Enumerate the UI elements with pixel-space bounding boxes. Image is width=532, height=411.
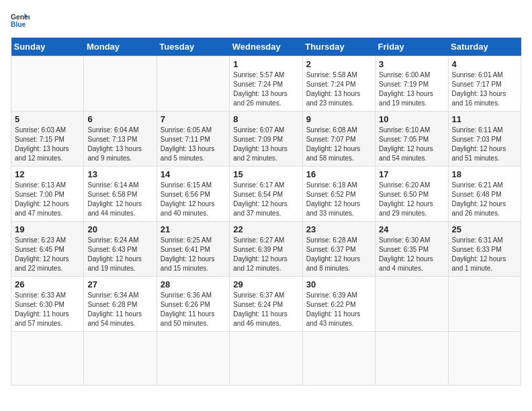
day-info: Sunrise: 6:15 AM Sunset: 6:56 PM Dayligh… bbox=[161, 181, 226, 218]
day-cell-25: 25Sunrise: 6:31 AM Sunset: 6:33 PM Dayli… bbox=[448, 222, 521, 277]
weekday-header-sunday: Sunday bbox=[11, 38, 84, 56]
day-cell-12: 12Sunrise: 6:13 AM Sunset: 7:00 PM Dayli… bbox=[11, 167, 84, 222]
weekday-header-monday: Monday bbox=[84, 38, 157, 56]
day-info: Sunrise: 6:07 AM Sunset: 7:09 PM Dayligh… bbox=[233, 126, 298, 163]
day-number: 5 bbox=[15, 114, 80, 124]
day-info: Sunrise: 6:28 AM Sunset: 6:37 PM Dayligh… bbox=[306, 236, 371, 273]
day-cell-8: 8Sunrise: 6:07 AM Sunset: 7:09 PM Daylig… bbox=[230, 111, 302, 167]
day-number: 4 bbox=[452, 59, 517, 69]
weekday-header-friday: Friday bbox=[375, 38, 448, 56]
day-cell-22: 22Sunrise: 6:27 AM Sunset: 6:39 PM Dayli… bbox=[230, 222, 302, 277]
day-cell-11: 11Sunrise: 6:11 AM Sunset: 7:03 PM Dayli… bbox=[448, 111, 521, 167]
day-info: Sunrise: 6:05 AM Sunset: 7:11 PM Dayligh… bbox=[161, 126, 226, 163]
empty-cell bbox=[448, 332, 521, 385]
day-info: Sunrise: 6:30 AM Sunset: 6:35 PM Dayligh… bbox=[379, 236, 444, 273]
empty-cell bbox=[84, 332, 157, 385]
day-cell-27: 27Sunrise: 6:34 AM Sunset: 6:28 PM Dayli… bbox=[84, 277, 157, 332]
day-number: 13 bbox=[87, 169, 152, 179]
day-cell-20: 20Sunrise: 6:24 AM Sunset: 6:43 PM Dayli… bbox=[84, 222, 157, 277]
day-cell-19: 19Sunrise: 6:23 AM Sunset: 6:45 PM Dayli… bbox=[11, 222, 84, 277]
day-number: 25 bbox=[452, 224, 517, 234]
day-info: Sunrise: 6:18 AM Sunset: 6:52 PM Dayligh… bbox=[306, 181, 371, 218]
day-info: Sunrise: 6:33 AM Sunset: 6:30 PM Dayligh… bbox=[15, 291, 80, 328]
day-info: Sunrise: 6:13 AM Sunset: 7:00 PM Dayligh… bbox=[15, 181, 80, 218]
day-info: Sunrise: 6:00 AM Sunset: 7:19 PM Dayligh… bbox=[379, 71, 444, 108]
day-info: Sunrise: 6:21 AM Sunset: 6:48 PM Dayligh… bbox=[452, 181, 517, 218]
day-number: 21 bbox=[161, 224, 226, 234]
empty-cell bbox=[84, 56, 157, 111]
day-number: 8 bbox=[233, 114, 298, 124]
day-cell-1: 1Sunrise: 5:57 AM Sunset: 7:24 PM Daylig… bbox=[230, 56, 302, 111]
day-number: 3 bbox=[379, 59, 444, 69]
empty-cell bbox=[375, 332, 448, 385]
day-info: Sunrise: 6:36 AM Sunset: 6:26 PM Dayligh… bbox=[161, 291, 226, 328]
empty-cell bbox=[448, 277, 521, 332]
weekday-header-wednesday: Wednesday bbox=[230, 38, 302, 56]
day-info: Sunrise: 6:34 AM Sunset: 6:28 PM Dayligh… bbox=[87, 291, 152, 328]
day-cell-29: 29Sunrise: 6:37 AM Sunset: 6:24 PM Dayli… bbox=[230, 277, 302, 332]
day-info: Sunrise: 5:57 AM Sunset: 7:24 PM Dayligh… bbox=[233, 71, 298, 108]
day-info: Sunrise: 6:25 AM Sunset: 6:41 PM Dayligh… bbox=[161, 236, 226, 273]
day-cell-18: 18Sunrise: 6:21 AM Sunset: 6:48 PM Dayli… bbox=[448, 167, 521, 222]
day-number: 17 bbox=[379, 169, 444, 179]
day-info: Sunrise: 6:27 AM Sunset: 6:39 PM Dayligh… bbox=[233, 236, 298, 273]
day-number: 29 bbox=[233, 279, 298, 289]
day-number: 10 bbox=[379, 114, 444, 124]
day-info: Sunrise: 6:01 AM Sunset: 7:17 PM Dayligh… bbox=[452, 71, 517, 108]
day-cell-7: 7Sunrise: 6:05 AM Sunset: 7:11 PM Daylig… bbox=[157, 111, 229, 167]
day-cell-26: 26Sunrise: 6:33 AM Sunset: 6:30 PM Dayli… bbox=[11, 277, 84, 332]
day-number: 16 bbox=[306, 169, 371, 179]
day-number: 12 bbox=[15, 169, 80, 179]
day-info: Sunrise: 6:08 AM Sunset: 7:07 PM Dayligh… bbox=[306, 126, 371, 163]
weekday-header-tuesday: Tuesday bbox=[157, 38, 229, 56]
day-cell-13: 13Sunrise: 6:14 AM Sunset: 6:58 PM Dayli… bbox=[84, 167, 157, 222]
day-cell-21: 21Sunrise: 6:25 AM Sunset: 6:41 PM Dayli… bbox=[157, 222, 229, 277]
day-info: Sunrise: 5:58 AM Sunset: 7:24 PM Dayligh… bbox=[306, 71, 371, 108]
day-number: 26 bbox=[15, 279, 80, 289]
day-cell-28: 28Sunrise: 6:36 AM Sunset: 6:26 PM Dayli… bbox=[157, 277, 229, 332]
day-cell-17: 17Sunrise: 6:20 AM Sunset: 6:50 PM Dayli… bbox=[375, 167, 448, 222]
day-cell-23: 23Sunrise: 6:28 AM Sunset: 6:37 PM Dayli… bbox=[302, 222, 375, 277]
empty-cell bbox=[11, 56, 84, 111]
day-number: 20 bbox=[87, 224, 152, 234]
day-cell-6: 6Sunrise: 6:04 AM Sunset: 7:13 PM Daylig… bbox=[84, 111, 157, 167]
day-number: 15 bbox=[233, 169, 298, 179]
day-info: Sunrise: 6:31 AM Sunset: 6:33 PM Dayligh… bbox=[452, 236, 517, 273]
weekday-header-thursday: Thursday bbox=[302, 38, 375, 56]
day-info: Sunrise: 6:20 AM Sunset: 6:50 PM Dayligh… bbox=[379, 181, 444, 218]
empty-cell bbox=[11, 332, 84, 385]
page-header: General Blue bbox=[11, 11, 521, 30]
empty-cell bbox=[375, 277, 448, 332]
day-cell-4: 4Sunrise: 6:01 AM Sunset: 7:17 PM Daylig… bbox=[448, 56, 521, 111]
day-cell-3: 3Sunrise: 6:00 AM Sunset: 7:19 PM Daylig… bbox=[375, 56, 448, 111]
day-cell-14: 14Sunrise: 6:15 AM Sunset: 6:56 PM Dayli… bbox=[157, 167, 229, 222]
day-info: Sunrise: 6:04 AM Sunset: 7:13 PM Dayligh… bbox=[87, 126, 152, 163]
day-number: 14 bbox=[161, 169, 226, 179]
day-info: Sunrise: 6:14 AM Sunset: 6:58 PM Dayligh… bbox=[87, 181, 152, 218]
day-info: Sunrise: 6:24 AM Sunset: 6:43 PM Dayligh… bbox=[87, 236, 152, 273]
calendar-table: SundayMondayTuesdayWednesdayThursdayFrid… bbox=[11, 38, 521, 385]
svg-text:General: General bbox=[11, 13, 30, 21]
day-number: 19 bbox=[15, 224, 80, 234]
day-number: 18 bbox=[452, 169, 517, 179]
weekday-header-saturday: Saturday bbox=[448, 38, 521, 56]
day-number: 9 bbox=[306, 114, 371, 124]
day-cell-5: 5Sunrise: 6:03 AM Sunset: 7:15 PM Daylig… bbox=[11, 111, 84, 167]
day-info: Sunrise: 6:17 AM Sunset: 6:54 PM Dayligh… bbox=[233, 181, 298, 218]
day-cell-2: 2Sunrise: 5:58 AM Sunset: 7:24 PM Daylig… bbox=[302, 56, 375, 111]
empty-cell bbox=[157, 56, 229, 111]
day-number: 28 bbox=[161, 279, 226, 289]
day-number: 11 bbox=[452, 114, 517, 124]
day-number: 22 bbox=[233, 224, 298, 234]
day-cell-15: 15Sunrise: 6:17 AM Sunset: 6:54 PM Dayli… bbox=[230, 167, 302, 222]
day-number: 1 bbox=[233, 59, 298, 69]
svg-text:Blue: Blue bbox=[11, 21, 26, 28]
day-info: Sunrise: 6:39 AM Sunset: 6:22 PM Dayligh… bbox=[306, 291, 371, 328]
day-number: 6 bbox=[87, 114, 152, 124]
day-info: Sunrise: 6:23 AM Sunset: 6:45 PM Dayligh… bbox=[15, 236, 80, 273]
day-info: Sunrise: 6:10 AM Sunset: 7:05 PM Dayligh… bbox=[379, 126, 444, 163]
day-cell-24: 24Sunrise: 6:30 AM Sunset: 6:35 PM Dayli… bbox=[375, 222, 448, 277]
day-info: Sunrise: 6:37 AM Sunset: 6:24 PM Dayligh… bbox=[233, 291, 298, 328]
day-info: Sunrise: 6:11 AM Sunset: 7:03 PM Dayligh… bbox=[452, 126, 517, 163]
day-number: 7 bbox=[161, 114, 226, 124]
